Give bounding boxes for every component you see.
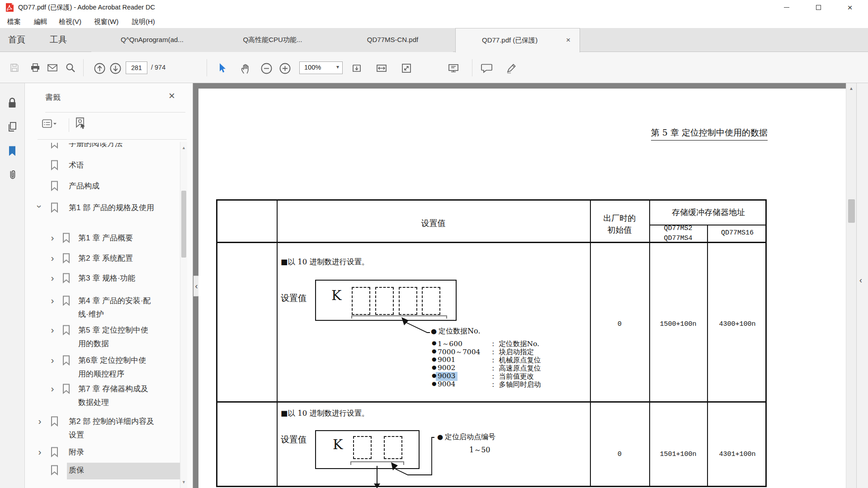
toolbar-separator [207,59,207,76]
bookmark-icon [62,325,70,335]
chevron-right-icon[interactable]: › [49,232,56,243]
digit-box [384,436,402,459]
close-button[interactable]: × [837,0,863,15]
highlighter-icon[interactable] [505,62,518,74]
hand-tool-icon[interactable] [240,62,251,74]
header-setting-value: 设置值 [277,218,590,229]
header-factory-default-line2: 初始值 [590,224,649,236]
chevron-expanded-icon[interactable]: › [34,203,45,210]
chevron-right-icon[interactable]: › [37,416,43,427]
menu-help[interactable]: 說明(H) [130,17,157,27]
scroll-down-icon[interactable]: ▼ [182,480,186,484]
bookmark-icon [62,384,70,394]
divider [45,112,185,113]
minimize-button[interactable] [774,0,800,15]
email-icon[interactable] [47,62,58,73]
lock-icon [7,97,18,109]
scroll-up-icon[interactable]: ▲ [182,145,186,150]
header-buffer-address: 存储缓冲存储器地址 [649,207,768,218]
locate-current-bookmark-icon[interactable] [74,117,87,131]
comment-icon[interactable] [481,62,493,74]
tools-pane-strip: ‹ [856,83,868,488]
maximize-button[interactable] [805,0,831,15]
page-number-input[interactable] [126,61,147,74]
print-icon[interactable] [30,62,41,73]
main-toolbar: / 974 100% ▾ [0,52,868,83]
zoom-in-icon[interactable] [279,62,291,75]
header-model-qd77ms2: QD77MS2 [649,224,707,234]
doc-tab-4-active[interactable]: QD77.pdf (已保護) × [455,28,580,52]
menu-edit[interactable]: 編輯 [32,17,49,27]
digit-box [353,436,372,459]
bookmarks-scrollbar[interactable]: ▲ ▼ [180,142,187,488]
chevron-right-icon[interactable]: › [49,355,56,366]
row1-k-constant: K [331,287,341,303]
chevron-right-icon[interactable]: › [49,383,56,394]
table-line [277,201,278,486]
toolbar-separator [83,59,84,76]
doc-tab-2[interactable]: Q高性能CPU功能... [213,28,332,52]
menu-view[interactable]: 檢視(V) [57,17,83,27]
fit-page-icon[interactable] [401,62,412,74]
row2-pointer-label: ●定位启动点编号 [437,432,495,442]
doc-tab-3[interactable]: QD77MS-CN.pdf [332,28,453,52]
row2-address-qd77ms16: 4301+100n [707,450,768,458]
row2-k-constant: K [333,436,343,452]
bookmark-icon [62,355,70,366]
chevron-right-icon[interactable]: › [49,295,56,306]
save-icon[interactable] [9,62,20,73]
tab-home[interactable]: 首頁 [8,34,25,46]
document-area: ‹ 第 5 章 定位控制中使用的数据 设置值 出厂时的 初始值 存储缓冲存储 [193,83,868,488]
row1-setting-label: 设置值 [281,292,307,304]
select-tool-icon[interactable] [216,62,227,74]
table-line [590,201,591,486]
page-scrolling-icon[interactable] [351,62,363,74]
document-scrollbar[interactable]: ▲ [846,83,856,488]
menu-file[interactable]: 檔案 [5,17,23,27]
window-title: QD77.pdf (已保護) - Adobe Acrobat Reader DC [18,3,155,12]
header-factory-default-line1: 出厂时的 [590,212,649,224]
title-bar: QD77.pdf (已保護) - Adobe Acrobat Reader DC… [0,0,868,15]
header-model-qd77ms4: QD77MS4 [649,234,707,244]
zoom-level-dropdown[interactable]: 100% ▾ [299,61,343,74]
bookmarks-panel: 書籤 × 手册的阅读方法 术语 [25,83,193,488]
tab-tools[interactable]: 工具 [50,34,67,46]
row1-note: ■以 10 进制数进行设置。 [281,257,369,267]
bookmarks-panel-icon[interactable] [7,145,18,157]
bookmarks-options-icon[interactable] [41,117,57,130]
tab-close-icon[interactable]: × [566,36,571,45]
chevron-right-icon[interactable]: › [49,324,56,335]
page-thumbnails-icon[interactable] [7,121,18,133]
fit-width-icon[interactable] [376,62,387,74]
row2-pointer-range: 1～50 [469,446,491,455]
bookmarks-title: 書籤 [45,92,61,103]
expand-tools-pane-handle[interactable]: ‹ [859,276,862,285]
table-line [707,225,708,486]
pdf-page: 第 5 章 定位控制中使用的数据 设置值 出厂时的 初始值 存储缓冲存储器地址 [198,89,846,488]
scroll-up-icon[interactable]: ▲ [849,86,854,91]
previous-page-icon[interactable] [94,62,106,75]
digit-box [375,287,394,315]
zoom-level-value: 100% [304,64,321,71]
chevron-right-icon[interactable]: › [49,253,56,263]
table-line [217,401,765,403]
next-page-icon[interactable] [109,62,122,75]
row1-address-qd77ms16: 4300+100n [707,320,768,328]
row2-address-qd77ms2-4: 1501+100n [649,450,707,458]
bookmark-icon [62,253,70,263]
maximize-icon [816,5,821,10]
doc-tab-1[interactable]: Q^QnAprogram(ad... [91,28,213,52]
menu-window[interactable]: 視窗(W) [92,17,120,27]
collapse-left-icon: ‹ [195,282,198,291]
zoom-out-icon[interactable] [260,62,273,75]
minimize-icon [784,7,789,8]
scrollbar-thumb[interactable] [848,199,855,223]
bookmark-icon [51,181,58,191]
search-icon[interactable] [65,62,76,73]
chevron-right-icon[interactable]: › [37,446,43,457]
attachments-icon[interactable] [7,169,18,181]
reading-mode-icon[interactable] [448,62,459,74]
scrollbar-thumb[interactable] [181,191,186,258]
bookmarks-close-icon[interactable]: × [169,89,175,102]
chevron-right-icon[interactable]: › [49,272,56,283]
